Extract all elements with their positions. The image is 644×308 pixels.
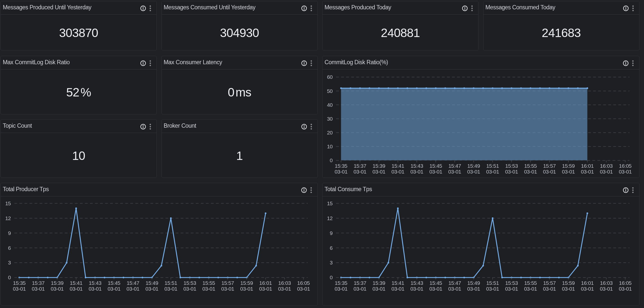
svg-text:3: 3 (330, 260, 333, 265)
svg-text:15:57: 15:57 (543, 280, 556, 286)
svg-text:6: 6 (8, 245, 11, 251)
svg-text:03-01: 03-01 (89, 286, 102, 291)
svg-text:15:53: 15:53 (183, 280, 196, 286)
svg-text:03-01: 03-01 (70, 286, 82, 291)
svg-text:03-01: 03-01 (13, 286, 26, 291)
svg-text:15:35: 15:35 (335, 280, 347, 286)
svg-text:16:05: 16:05 (619, 163, 631, 169)
svg-text:15:45: 15:45 (429, 163, 442, 169)
svg-text:15:53: 15:53 (505, 163, 518, 169)
svg-text:30: 30 (327, 116, 333, 121)
svg-text:15: 15 (5, 200, 11, 206)
svg-text:03-01: 03-01 (543, 286, 556, 291)
svg-text:03-01: 03-01 (486, 286, 499, 291)
svg-text:16:05: 16:05 (619, 280, 631, 286)
svg-text:15:37: 15:37 (32, 280, 45, 286)
svg-text:03-01: 03-01 (543, 168, 556, 174)
svg-text:15:57: 15:57 (543, 163, 556, 169)
svg-text:12: 12 (5, 215, 11, 221)
svg-text:15:43: 15:43 (89, 280, 101, 286)
svg-text:15:47: 15:47 (127, 280, 139, 286)
svg-text:15: 15 (327, 200, 333, 206)
svg-text:03-01: 03-01 (410, 286, 423, 291)
svg-text:15:45: 15:45 (429, 280, 442, 286)
svg-text:03-01: 03-01 (619, 168, 632, 174)
svg-text:15:49: 15:49 (467, 163, 480, 169)
svg-text:03-01: 03-01 (372, 286, 385, 291)
svg-text:03-01: 03-01 (372, 168, 385, 174)
svg-text:03-01: 03-01 (505, 286, 518, 291)
svg-text:16:01: 16:01 (581, 280, 594, 286)
svg-text:50: 50 (327, 88, 333, 94)
svg-text:16:01: 16:01 (259, 280, 272, 286)
svg-text:03-01: 03-01 (221, 286, 234, 291)
svg-text:03-01: 03-01 (524, 286, 537, 291)
svg-text:03-01: 03-01 (410, 168, 423, 174)
svg-text:03-01: 03-01 (391, 168, 404, 174)
svg-text:15:59: 15:59 (562, 280, 575, 286)
svg-text:03-01: 03-01 (240, 286, 253, 291)
svg-text:03-01: 03-01 (562, 286, 575, 291)
svg-text:15:41: 15:41 (392, 163, 404, 169)
svg-text:03-01: 03-01 (581, 168, 594, 174)
svg-text:15:41: 15:41 (70, 280, 82, 286)
svg-text:03-01: 03-01 (353, 286, 366, 291)
svg-text:03-01: 03-01 (448, 168, 461, 174)
svg-text:15:39: 15:39 (373, 163, 385, 169)
svg-text:03-01: 03-01 (297, 286, 310, 291)
svg-text:15:55: 15:55 (524, 280, 537, 286)
svg-text:03-01: 03-01 (429, 168, 442, 174)
svg-text:03-01: 03-01 (505, 168, 518, 174)
svg-text:03-01: 03-01 (600, 168, 613, 174)
svg-text:16:03: 16:03 (600, 280, 613, 286)
svg-text:03-01: 03-01 (600, 286, 613, 291)
svg-text:03-01: 03-01 (183, 286, 196, 291)
svg-text:15:49: 15:49 (146, 280, 158, 286)
svg-text:15:59: 15:59 (240, 280, 253, 286)
svg-text:10: 10 (327, 144, 333, 149)
svg-text:15:35: 15:35 (335, 163, 347, 169)
svg-text:16:05: 16:05 (297, 280, 310, 286)
svg-text:15:53: 15:53 (505, 280, 518, 286)
svg-text:03-01: 03-01 (619, 286, 632, 291)
svg-text:15:37: 15:37 (354, 280, 366, 286)
svg-text:16:03: 16:03 (278, 280, 291, 286)
svg-text:03-01: 03-01 (108, 286, 120, 291)
svg-text:03-01: 03-01 (429, 286, 442, 291)
svg-text:03-01: 03-01 (278, 286, 291, 291)
svg-text:16:01: 16:01 (581, 163, 594, 169)
svg-text:15:49: 15:49 (467, 280, 480, 286)
svg-text:03-01: 03-01 (202, 286, 215, 291)
svg-text:15:55: 15:55 (524, 163, 537, 169)
svg-text:9: 9 (8, 230, 11, 236)
svg-text:15:39: 15:39 (51, 280, 63, 286)
svg-text:03-01: 03-01 (467, 168, 480, 174)
svg-text:15:37: 15:37 (354, 163, 366, 169)
svg-text:15:47: 15:47 (448, 280, 461, 286)
svg-text:15:41: 15:41 (392, 280, 404, 286)
svg-text:3: 3 (8, 260, 11, 265)
svg-text:03-01: 03-01 (581, 286, 594, 291)
svg-text:0: 0 (330, 157, 333, 163)
svg-text:6: 6 (330, 245, 333, 251)
svg-text:15:59: 15:59 (562, 163, 575, 169)
svg-text:03-01: 03-01 (335, 168, 347, 174)
svg-text:15:43: 15:43 (410, 163, 423, 169)
svg-text:15:55: 15:55 (202, 280, 215, 286)
svg-text:12: 12 (327, 215, 333, 221)
svg-text:15:51: 15:51 (486, 280, 499, 286)
svg-text:40: 40 (327, 102, 333, 108)
svg-text:03-01: 03-01 (524, 168, 537, 174)
svg-text:15:39: 15:39 (373, 280, 385, 286)
svg-text:16:03: 16:03 (600, 163, 613, 169)
svg-text:03-01: 03-01 (486, 168, 499, 174)
svg-text:03-01: 03-01 (335, 286, 347, 291)
svg-text:03-01: 03-01 (32, 286, 45, 291)
svg-text:15:51: 15:51 (165, 280, 177, 286)
svg-text:03-01: 03-01 (448, 286, 461, 291)
svg-text:15:51: 15:51 (486, 163, 499, 169)
svg-text:20: 20 (327, 130, 333, 135)
svg-text:15:45: 15:45 (108, 280, 120, 286)
svg-text:03-01: 03-01 (126, 286, 139, 291)
svg-text:9: 9 (330, 230, 333, 236)
